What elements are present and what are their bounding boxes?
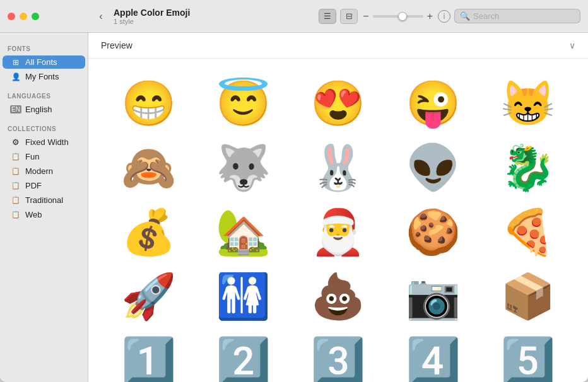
- sidebar-item-fixed-width[interactable]: ⚙ Fixed Width: [3, 136, 85, 149]
- collections-section-label: Collections: [0, 120, 88, 135]
- list-view-icon: ☰: [324, 11, 331, 21]
- fonts-section-label: Fonts: [0, 40, 88, 55]
- my-fonts-label: My Fonts: [25, 72, 59, 81]
- grid-view-button[interactable]: ⊟: [340, 9, 358, 24]
- fixed-width-label: Fixed Width: [25, 137, 69, 147]
- emoji-cell: 😇: [196, 71, 290, 136]
- size-increase-button[interactable]: +: [426, 11, 434, 22]
- sidebar-item-all-fonts[interactable]: ⊞ All Fonts: [3, 55, 85, 69]
- size-slider-thumb[interactable]: [398, 12, 407, 21]
- maximize-button[interactable]: [32, 13, 39, 20]
- emoji-cell: 🚀: [101, 264, 196, 328]
- emoji-cell: 📦: [481, 264, 575, 328]
- emoji-cell: 🐰: [291, 136, 385, 200]
- window-buttons-area: [0, 0, 88, 33]
- grid-view-icon: ⊟: [346, 11, 353, 21]
- sidebar-item-traditional[interactable]: 📋 Traditional: [3, 194, 85, 207]
- emoji-cell: 🚻: [196, 264, 290, 328]
- fun-label: Fun: [25, 152, 39, 161]
- emoji-cell: 1️⃣: [101, 328, 196, 382]
- back-button[interactable]: ‹: [93, 9, 109, 24]
- sidebar-item-fun[interactable]: 📋 Fun: [3, 150, 85, 163]
- preview-label: Preview: [101, 40, 132, 50]
- sidebar: Fonts ⊞ All Fonts 👤 My Fonts Languages E…: [0, 33, 88, 382]
- sidebar-item-my-fonts[interactable]: 👤 My Fonts: [3, 70, 85, 83]
- emoji-cell: 5️⃣: [481, 328, 575, 382]
- font-style: 1 style: [114, 18, 190, 25]
- emoji-cell: 😁: [101, 71, 196, 136]
- emoji-cell: 💩: [291, 264, 385, 328]
- back-icon: ‹: [99, 11, 102, 22]
- pdf-icon: 📋: [10, 182, 21, 190]
- toolbar-controls: ☰ ⊟ − + i 🔍: [319, 9, 580, 24]
- fun-icon: 📋: [10, 153, 21, 161]
- fixed-width-icon: ⚙: [10, 137, 21, 147]
- emoji-cell: 😍: [291, 71, 385, 136]
- list-view-button[interactable]: ☰: [319, 9, 336, 24]
- all-fonts-icon: ⊞: [10, 58, 21, 67]
- emoji-cell: 😸: [481, 71, 575, 136]
- languages-section-label: Languages: [0, 88, 88, 102]
- traditional-icon: 📋: [10, 196, 21, 204]
- preview-header: Preview ∨: [88, 33, 588, 59]
- english-icon: EN: [10, 105, 21, 113]
- traditional-label: Traditional: [25, 195, 63, 205]
- emoji-cell: 🙈: [101, 136, 196, 200]
- emoji-cell: 👽: [385, 136, 480, 200]
- emoji-cell: 📷: [385, 264, 480, 328]
- all-fonts-label: All Fonts: [25, 57, 57, 67]
- emoji-cell: 🏡: [196, 200, 290, 264]
- emoji-cell: 😜: [385, 71, 480, 136]
- emoji-cell: 4️⃣: [385, 328, 480, 382]
- emoji-cell: 🍪: [385, 200, 480, 264]
- main-window: ‹ Apple Color Emoji 1 style ☰ ⊟ −: [0, 0, 588, 382]
- web-icon: 📋: [10, 211, 21, 219]
- emoji-cell: 💰: [101, 200, 196, 264]
- emoji-cell: 🎅: [291, 200, 385, 264]
- emoji-cell: 🐺: [196, 136, 290, 200]
- sidebar-item-pdf[interactable]: 📋 PDF: [3, 179, 85, 192]
- sidebar-item-modern[interactable]: 📋 Modern: [3, 165, 85, 178]
- sidebar-item-web[interactable]: 📋 Web: [3, 208, 85, 221]
- emoji-cell: 3️⃣: [291, 328, 385, 382]
- my-fonts-icon: 👤: [10, 72, 21, 81]
- emoji-cell: 🍕: [481, 200, 575, 264]
- emoji-grid: 😁😇😍😜😸🙈🐺🐰👽🐉💰🏡🎅🍪🍕🚀🚻💩📷📦1️⃣2️⃣3️⃣4️⃣5️⃣: [88, 59, 588, 382]
- emoji-cell: 🐉: [481, 136, 575, 200]
- search-box[interactable]: 🔍: [454, 9, 580, 23]
- size-control: − +: [362, 11, 434, 22]
- search-input[interactable]: [473, 11, 575, 21]
- modern-label: Modern: [25, 166, 53, 176]
- preview-chevron-icon[interactable]: ∨: [569, 40, 575, 50]
- minimize-button[interactable]: [20, 13, 27, 20]
- pdf-label: PDF: [25, 181, 42, 190]
- preview-area: Preview ∨ 😁😇😍😜😸🙈🐺🐰👽🐉💰🏡🎅🍪🍕🚀🚻💩📷📦1️⃣2️⃣3️⃣4…: [88, 33, 588, 382]
- font-name: Apple Color Emoji: [114, 8, 190, 18]
- close-button[interactable]: [8, 13, 15, 20]
- english-label: English: [25, 105, 52, 114]
- info-icon: i: [444, 12, 445, 21]
- info-button[interactable]: i: [438, 10, 450, 23]
- search-icon: 🔍: [460, 11, 470, 21]
- sidebar-item-english[interactable]: EN English: [3, 103, 85, 116]
- font-title-area: Apple Color Emoji 1 style: [114, 8, 190, 25]
- modern-icon: 📋: [10, 167, 21, 175]
- emoji-cell: 2️⃣: [196, 328, 290, 382]
- size-decrease-button[interactable]: −: [362, 11, 370, 22]
- web-label: Web: [25, 210, 42, 219]
- size-slider[interactable]: [373, 15, 423, 18]
